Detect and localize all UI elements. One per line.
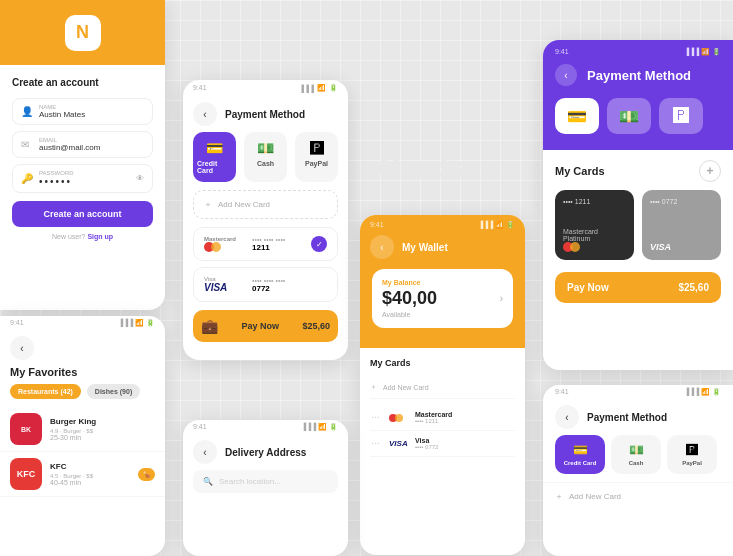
menu-dots-visa[interactable]: ··· — [371, 438, 379, 449]
delivery-title: Delivery Address — [225, 447, 306, 458]
status-icons-top: ▐▐▐ 📶 🔋 — [299, 84, 338, 92]
wallet-cards-section: My Cards ＋ Add New Card ··· Mastercard •… — [360, 348, 525, 467]
mastercard-row[interactable]: Mastercard •••• •••• •••• 1211 ✓ — [193, 227, 338, 261]
wallet-mastercard-item[interactable]: ··· Mastercard •••• 1211 — [370, 405, 515, 431]
cards-label-section: Cards — [378, 151, 538, 183]
pay-now-label: Pay Now — [241, 321, 279, 331]
favorites-title: My Favorites — [0, 366, 165, 384]
wallet-icon: 💼 — [201, 318, 218, 334]
email-field[interactable]: ✉ EMAIL austin@mail.com — [12, 131, 153, 158]
password-field[interactable]: 🔑 PASSWORD •••••• 👁 — [12, 164, 153, 193]
burger-king-logo: BK — [10, 413, 42, 445]
pp-gray-card[interactable]: •••• 0772 VISA — [642, 190, 721, 260]
payment-method-purple-screen: 9:41 ▐▐▐ 📶 🔋 ‹ Payment Method 💳 💵 🅿 My C… — [543, 40, 733, 370]
payment-method-screen-top: 9:41 ▐▐▐ 📶 🔋 ‹ Payment Method 💳 Credit C… — [183, 80, 348, 360]
wallet-status-bar: 9:41 ▐▐▐ 📶 🔋 — [370, 221, 515, 229]
pb-tabs: 💳 Credit Card 💵 Cash 🅿 PayPal — [543, 435, 733, 482]
add-new-card-button[interactable]: ＋ Add New Card — [193, 190, 338, 219]
wallet-back-button[interactable]: ‹ — [370, 235, 394, 259]
my-cards-title: My Cards — [370, 358, 515, 368]
back-button[interactable]: ‹ — [193, 102, 217, 126]
cash-icon: 💵 — [257, 140, 274, 156]
cards-label: Cards — [378, 151, 538, 183]
mastercard-label: Mastercard — [204, 236, 244, 252]
pp-dark-card-footer: Mastercard Platinum — [563, 228, 626, 252]
pp-payment-tabs: 💳 💵 🅿 — [555, 98, 721, 134]
del-status-icons: ▐▐▐ 📶 🔋 — [301, 423, 338, 431]
header-banner: N — [0, 0, 165, 65]
pp-cash-tab[interactable]: 💵 — [607, 98, 651, 134]
pp-paypal-icon: 🅿 — [673, 107, 689, 125]
cash-tab[interactable]: 💵 Cash — [244, 132, 287, 182]
search-icon: 🔍 — [203, 477, 213, 486]
burger-king-item[interactable]: BK Burger King 4.9 · Burger · $$ 25-30 m… — [0, 407, 165, 452]
pp-back-button[interactable]: ‹ — [555, 64, 577, 86]
credit-card-tab[interactable]: 💳 Credit Card — [193, 132, 236, 182]
fav-back-button[interactable]: ‹ — [10, 336, 34, 360]
menu-dots-mc[interactable]: ··· — [371, 412, 379, 423]
pm-header: ‹ Payment Method — [183, 96, 348, 132]
pp-status-bar: 9:41 ▐▐▐ 📶 🔋 — [555, 48, 721, 56]
signup-link[interactable]: Sign up — [87, 233, 113, 240]
delivery-back-button[interactable]: ‹ — [193, 440, 217, 464]
visa-label: Visa VISA — [204, 276, 244, 293]
pp-credit-tab[interactable]: 💳 — [555, 98, 599, 134]
pb-cash-label: Cash — [629, 460, 644, 466]
pb-paypal-label: PayPal — [682, 460, 702, 466]
pp-cash-icon: 💵 — [619, 107, 639, 126]
plus-icon: ＋ — [204, 199, 212, 210]
name-field[interactable]: 👤 NAME Austin Mates — [12, 98, 153, 125]
wallet-visa-item[interactable]: ··· VISA Visa •••• 0772 — [370, 431, 515, 457]
plus-icon-wallet: ＋ — [370, 382, 377, 392]
pp-status-icons: ▐▐▐ 📶 🔋 — [684, 48, 721, 56]
pm-title: Payment Method — [225, 109, 305, 120]
mastercard-num: 1211 — [252, 243, 285, 252]
pp-body: My Cards + •••• 1211 Mastercard Platinum — [543, 150, 733, 313]
pb-time: 9:41 — [555, 388, 569, 396]
pp-gray-card-footer: VISA — [650, 242, 713, 252]
pb-title: Payment Method — [587, 412, 667, 423]
location-search[interactable]: 🔍 Search location... — [193, 470, 338, 493]
restaurants-tab[interactable]: Restaurants (42) — [10, 384, 81, 399]
eye-icon[interactable]: 👁 — [136, 174, 144, 183]
pb-add-card[interactable]: ＋ Add New Card — [543, 482, 733, 510]
pb-credit-tab[interactable]: 💳 Credit Card — [555, 435, 605, 474]
pp-dark-card[interactable]: •••• 1211 Mastercard Platinum — [555, 190, 634, 260]
kfc-info: KFC 4.5 · Burger · $$ 40-45 min — [50, 462, 130, 486]
fav-status-icons: ▐▐▐ 📶 🔋 — [118, 319, 155, 327]
dishes-tab[interactable]: Dishes (90) — [87, 384, 140, 399]
add-new-card-wallet[interactable]: ＋ Add New Card — [370, 376, 515, 399]
pay-now-amount: $25,60 — [302, 321, 330, 331]
pb-back-button[interactable]: ‹ — [555, 405, 579, 429]
visa-row[interactable]: Visa VISA •••• •••• •••• 0772 — [193, 267, 338, 302]
paypal-tab[interactable]: 🅿 PayPal — [295, 132, 338, 182]
create-account-button[interactable]: Create an account — [12, 201, 153, 227]
visa-wcard-info: Visa •••• 0772 — [415, 437, 515, 450]
payment-method-bottom-screen: 9:41 ▐▐▐ 📶 🔋 ‹ Payment Method 💳 Credit C… — [543, 385, 733, 556]
password-dots: •••••• — [39, 176, 130, 187]
wallet-time: 9:41 — [370, 221, 384, 229]
pp-pay-now-bar[interactable]: Pay Now $25,60 — [555, 272, 721, 303]
kfc-badge: 🍗 — [138, 468, 155, 481]
del-time: 9:41 — [193, 423, 207, 431]
credit-card-label: Credit Card — [197, 160, 232, 174]
fav-time: 9:41 — [10, 319, 24, 327]
pb-cash-tab[interactable]: 💵 Cash — [611, 435, 661, 474]
pb-paypal-tab[interactable]: 🅿 PayPal — [667, 435, 717, 474]
delivery-status-bar: 9:41 ▐▐▐ 📶 🔋 — [183, 420, 348, 434]
pp-paypal-tab[interactable]: 🅿 — [659, 98, 703, 134]
pp-header: 9:41 ▐▐▐ 📶 🔋 ‹ Payment Method 💳 💵 🅿 — [543, 40, 733, 150]
status-bar-top: 9:41 ▐▐▐ 📶 🔋 — [183, 80, 348, 96]
search-placeholder: Search location... — [219, 477, 281, 486]
delivery-address-screen: 9:41 ▐▐▐ 📶 🔋 ‹ Delivery Address 🔍 Search… — [183, 420, 348, 556]
create-account-screen: N Create an account 👤 NAME Austin Mates … — [0, 0, 165, 310]
pp-cards-row: •••• 1211 Mastercard Platinum •••• 0772 … — [555, 190, 721, 260]
name-value: Austin Mates — [39, 110, 85, 119]
credit-card-icon: 💳 — [206, 140, 223, 156]
battery-icon: 🔋 — [329, 84, 338, 92]
pp-add-card-button[interactable]: + — [699, 160, 721, 182]
kfc-item[interactable]: KFC KFC 4.5 · Burger · $$ 40-45 min 🍗 — [0, 452, 165, 497]
pay-now-bar[interactable]: 💼 Pay Now $25,60 — [193, 310, 338, 342]
email-value: austin@mail.com — [39, 143, 100, 152]
paypal-icon: 🅿 — [310, 140, 324, 156]
